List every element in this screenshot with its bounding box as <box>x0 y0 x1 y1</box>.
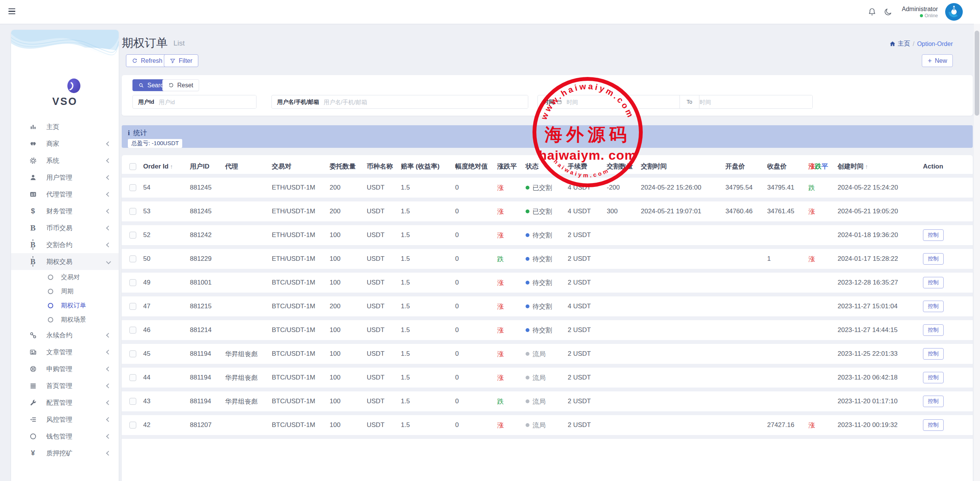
cell-user-id: 881229 <box>185 247 220 271</box>
row-checkbox[interactable] <box>129 350 136 357</box>
sidebar-wave-decoration <box>11 30 119 61</box>
sidebar-item-config[interactable]: 配置管理 <box>11 394 119 411</box>
reset-button[interactable]: Reset <box>162 79 199 91</box>
sidebar-item-wallet[interactable]: 钱包管理 <box>11 428 119 445</box>
chevron-left-icon <box>106 226 111 231</box>
menu-toggle-icon[interactable] <box>8 8 15 15</box>
username-input[interactable] <box>324 95 528 108</box>
sidebar-item-home[interactable]: 主页 <box>11 118 119 135</box>
column-header-created-at[interactable]: 创建时间↑ <box>833 159 918 176</box>
cell-range: 0 <box>451 176 493 200</box>
control-button[interactable]: 控制 <box>923 419 944 431</box>
cell-fee: 2 USDT <box>563 413 602 437</box>
status-dot-icon <box>526 281 529 285</box>
cell-created-at: 2023-11-25 22:01:33 <box>833 342 918 366</box>
cell-order-id: 43 <box>139 389 185 413</box>
row-checkbox[interactable] <box>129 303 136 310</box>
control-button[interactable]: 控制 <box>923 253 944 265</box>
time-start-input[interactable] <box>567 95 679 108</box>
sidebar-item-futures[interactable]: B交割合约 <box>11 236 119 253</box>
user-avatar[interactable] <box>945 3 963 21</box>
row-checkbox[interactable] <box>129 208 136 215</box>
row-checkbox[interactable] <box>129 398 136 405</box>
sidebar-subitem-label: 期权订单 <box>61 301 86 310</box>
sidebar-item-users[interactable]: 用户管理 <box>11 169 119 186</box>
control-button[interactable]: 控制 <box>923 396 944 407</box>
sidebar-item-spot-trade[interactable]: B币币交易 <box>11 219 119 236</box>
row-checkbox[interactable] <box>129 422 136 429</box>
cell-amount: 200 <box>325 176 362 200</box>
new-button[interactable]: + New <box>922 54 953 67</box>
sort-arrow-icon: ↑ <box>170 163 173 170</box>
row-checkbox[interactable] <box>129 374 136 381</box>
control-button[interactable]: 控制 <box>923 324 944 336</box>
wrench-icon <box>28 399 38 406</box>
sidebar-item-staking[interactable]: ¥质押挖矿 <box>11 445 119 461</box>
chevron-left-icon <box>106 192 111 197</box>
cell-result: 跌 <box>804 176 833 200</box>
control-button[interactable]: 控制 <box>923 372 944 383</box>
cell-status: 待交割 <box>521 247 563 271</box>
dollar-icon: $ <box>28 207 38 215</box>
refresh-button[interactable]: Refresh <box>126 54 168 67</box>
control-button[interactable]: 控制 <box>923 301 944 312</box>
page-scrollbar[interactable] <box>974 24 980 481</box>
sidebar-item-system[interactable]: 系统 <box>11 152 119 169</box>
row-checkbox[interactable] <box>129 232 136 239</box>
online-dot-icon <box>920 14 923 17</box>
breadcrumb: 主页 / Option-Order <box>889 40 953 48</box>
sidebar-item-options[interactable]: B期权交易 <box>11 253 119 270</box>
sidebar-item-finance[interactable]: $财务管理 <box>11 203 119 219</box>
cell-odds: 1.5 <box>396 294 451 318</box>
sidebar-subitem-option-scenes[interactable]: 期权场景 <box>11 312 119 327</box>
chevron-left-icon <box>106 158 111 163</box>
sidebar-item-homepage[interactable]: 首页管理 <box>11 377 119 394</box>
cell-status: 待交割 <box>521 271 563 294</box>
column-header-amount: 委托数量 <box>325 159 362 176</box>
cell-agent <box>220 271 267 294</box>
cell-order-id: 44 <box>139 366 185 389</box>
control-button[interactable]: 控制 <box>923 229 944 241</box>
user-id-input[interactable] <box>159 95 256 108</box>
cell-open-price <box>721 342 763 366</box>
row-checkbox[interactable] <box>129 255 136 262</box>
circle-bullet-icon <box>48 303 53 308</box>
sidebar-item-subscribe[interactable]: 申购管理 <box>11 360 119 377</box>
row-checkbox[interactable] <box>129 184 136 191</box>
sidebar-subitem-periods[interactable]: 周期 <box>11 284 119 298</box>
baht-icon: B <box>28 258 38 265</box>
sidebar-item-risk[interactable]: 风控管理 <box>11 411 119 428</box>
cell-order-id: 50 <box>139 247 185 271</box>
cell-settle-time <box>636 389 721 413</box>
cell-status: 流局 <box>521 389 563 413</box>
row-checkbox[interactable] <box>129 327 136 334</box>
cell-order-id: 52 <box>139 223 185 247</box>
status-badge: 流局 <box>532 421 546 430</box>
notifications-bell-icon[interactable] <box>867 7 877 16</box>
sidebar-item-articles[interactable]: 文章管理 <box>11 344 119 360</box>
control-button[interactable]: 控制 <box>923 277 944 288</box>
sidebar-subitem-pairs[interactable]: 交易对 <box>11 270 119 284</box>
sidebar-item-merchant[interactable]: 商家 <box>11 135 119 152</box>
sidebar-item-perpetual[interactable]: 永续合约 <box>11 327 119 344</box>
cell-status: 流局 <box>521 413 563 437</box>
cell-result: 涨 <box>804 413 833 437</box>
row-checkbox[interactable] <box>129 279 136 286</box>
select-all-checkbox[interactable] <box>129 163 136 170</box>
filter-button[interactable]: Filter <box>164 54 198 67</box>
cell-close-price <box>763 342 804 366</box>
sidebar-subitem-option-orders[interactable]: 期权订单 <box>11 298 119 312</box>
dark-mode-moon-icon[interactable] <box>884 7 893 16</box>
sidebar-item-agents[interactable]: 代理管理 <box>11 186 119 203</box>
sidebar-item-label: 币币交易 <box>46 224 107 232</box>
cell-agent <box>220 318 267 342</box>
control-button[interactable]: 控制 <box>923 348 944 360</box>
scrollbar-thumb[interactable] <box>975 31 979 116</box>
breadcrumb-home-link[interactable]: 主页 <box>889 40 910 48</box>
cell-range: 0 <box>451 247 493 271</box>
cell-direction: 涨 <box>493 223 521 247</box>
cell-fee: 2 USDT <box>563 389 602 413</box>
column-header-order-id[interactable]: Order Id↑ <box>139 159 185 176</box>
cell-coin: USDT <box>362 294 396 318</box>
time-end-input[interactable] <box>699 95 812 108</box>
